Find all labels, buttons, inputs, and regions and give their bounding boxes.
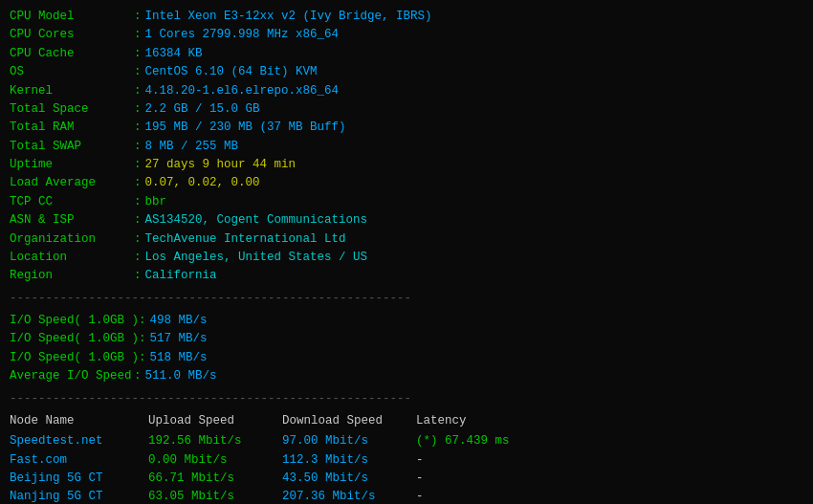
latency-value: - [416,451,550,470]
cpu-cache-value: 16384 KB [145,45,203,63]
latency-value: - [416,470,550,488]
download-speed: 112.3 Mbit/s [282,451,416,470]
location-value: Los Angeles, United States / US [145,249,368,267]
cpu-model-label: CPU Model [10,8,134,26]
node-name: Fast.com [10,451,148,470]
upload-speed: 63.05 Mbit/s [148,488,282,504]
load-avg-value: 0.07, 0.02, 0.00 [145,174,260,192]
os-row: OS : CentOS 6.10 (64 Bit) KVM [10,63,803,81]
kernel-label: Kernel [10,82,134,100]
cpu-cores-value: 1 Cores 2799.998 MHz x86_64 [145,26,340,44]
table-row: Nanjing 5G CT63.05 Mbit/s207.36 Mbit/s- [10,488,803,504]
location-row: Location : Los Angeles, United States / … [10,249,803,267]
io1-row: I/O Speed( 1.0GB ) : 498 MB/s [10,312,803,330]
divider-1: ----------------------------------------… [10,290,803,308]
io-avg-label: Average I/O Speed [10,367,134,385]
io2-value: 517 MB/s [150,330,208,348]
uptime-row: Uptime : 27 days 9 hour 44 min [10,156,803,174]
location-label: Location [10,249,134,267]
io2-label: I/O Speed( 1.0GB ) [10,330,139,348]
asn-isp-label: ASN & ISP [10,211,134,230]
download-speed: 207.36 Mbit/s [282,488,416,504]
table-rows: Speedtest.net192.56 Mbit/s97.00 Mbit/s(*… [10,432,803,504]
total-swap-value: 8 MB / 255 MB [145,138,239,156]
cpu-cores-label: CPU Cores [10,26,134,44]
kernel-value: 4.18.20-1.el6.elrepo.x86_64 [145,82,340,100]
network-table: Node Name Upload Speed Download Speed La… [10,412,803,504]
node-name: Beijing 5G CT [10,470,148,488]
os-label: OS [10,63,134,81]
total-swap-row: Total SWAP : 8 MB / 255 MB [10,138,803,156]
divider-2: ----------------------------------------… [10,390,803,408]
cpu-cache-label: CPU Cache [10,45,134,63]
load-avg-label: Load Average [10,174,134,192]
uptime-value: 27 days 9 hour 44 min [145,156,297,174]
io1-value: 498 MB/s [150,312,208,330]
node-name: Nanjing 5G CT [10,488,148,504]
table-row: Beijing 5G CT66.71 Mbit/s43.50 Mbit/s- [10,470,803,488]
download-speed: 43.50 Mbit/s [282,470,416,488]
table-row: Fast.com0.00 Mbit/s112.3 Mbit/s- [10,451,803,470]
io1-label: I/O Speed( 1.0GB ) [10,312,139,330]
cpu-model-row: CPU Model : Intel Xeon E3-12xx v2 (Ivy B… [10,8,803,26]
io-avg-value: 511.0 MB/s [145,367,217,385]
total-space-value: 2.2 GB / 15.0 GB [145,100,260,119]
sysinfo-section: CPU Model : Intel Xeon E3-12xx v2 (Ivy B… [10,8,803,286]
total-space-row: Total Space : 2.2 GB / 15.0 GB [10,100,803,119]
region-row: Region : California [10,267,803,285]
os-value: CentOS 6.10 (64 Bit) KVM [145,63,318,81]
cpu-cores-row: CPU Cores : 1 Cores 2799.998 MHz x86_64 [10,26,803,44]
upload-speed: 0.00 Mbit/s [148,451,282,470]
table-header-row: Node Name Upload Speed Download Speed La… [10,412,803,430]
header-latency: Latency [416,412,550,430]
total-ram-row: Total RAM : 195 MB / 230 MB (37 MB Buff) [10,119,803,137]
tcp-cc-value: bbr [145,193,167,211]
org-label: Organization [10,230,134,249]
asn-isp-value: AS134520, Cogent Communications [145,211,368,230]
tcp-cc-label: TCP CC [10,193,134,211]
total-ram-label: Total RAM [10,119,134,137]
region-label: Region [10,267,134,285]
cpu-model-value: Intel Xeon E3-12xx v2 (Ivy Bridge, IBRS) [145,8,432,26]
table-row: Speedtest.net192.56 Mbit/s97.00 Mbit/s(*… [10,432,803,450]
latency-value: (*) 67.439 ms [416,432,550,450]
io-avg-row: Average I/O Speed : 511.0 MB/s [10,367,803,385]
io3-value: 518 MB/s [150,349,208,367]
kernel-row: Kernel : 4.18.20-1.el6.elrepo.x86_64 [10,82,803,100]
uptime-label: Uptime [10,156,134,174]
header-node: Node Name [10,412,148,430]
header-download: Download Speed [282,412,416,430]
upload-speed: 66.71 Mbit/s [148,470,282,488]
cpu-cache-row: CPU Cache : 16384 KB [10,45,803,63]
tcp-cc-row: TCP CC : bbr [10,193,803,211]
asn-isp-row: ASN & ISP : AS134520, Cogent Communicati… [10,211,803,230]
io-section: I/O Speed( 1.0GB ) : 498 MB/s I/O Speed(… [10,312,803,386]
total-swap-label: Total SWAP [10,138,134,156]
org-value: TechAvenue International Ltd [145,230,346,249]
total-space-label: Total Space [10,100,134,119]
io2-row: I/O Speed( 1.0GB ) : 517 MB/s [10,330,803,348]
upload-speed: 192.56 Mbit/s [148,432,282,450]
latency-value: - [416,488,550,504]
header-upload: Upload Speed [148,412,282,430]
node-name: Speedtest.net [10,432,148,450]
total-ram-value: 195 MB / 230 MB (37 MB Buff) [145,119,346,137]
io3-row: I/O Speed( 1.0GB ) : 518 MB/s [10,349,803,367]
org-row: Organization : TechAvenue International … [10,230,803,249]
io3-label: I/O Speed( 1.0GB ) [10,349,139,367]
download-speed: 97.00 Mbit/s [282,432,416,450]
region-value: California [145,267,217,285]
load-avg-row: Load Average : 0.07, 0.02, 0.00 [10,174,803,192]
